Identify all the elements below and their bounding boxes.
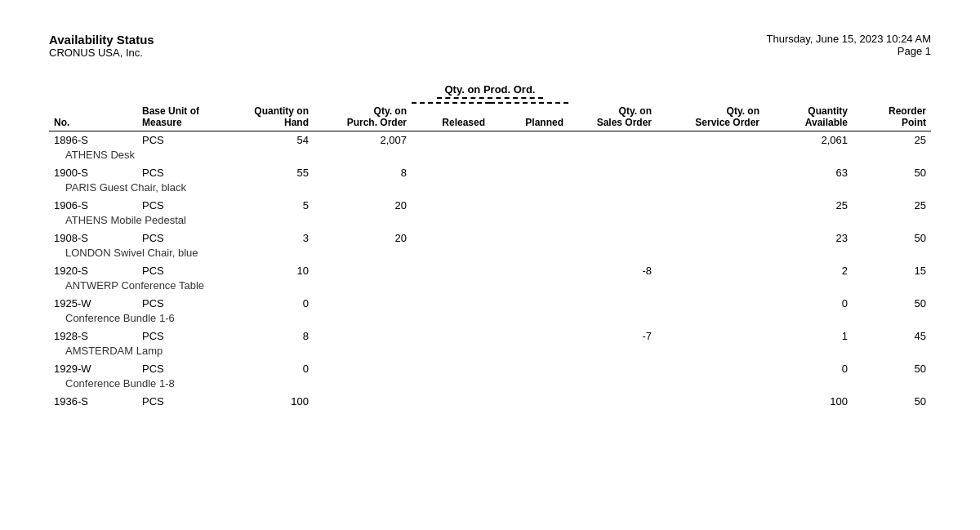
table-cell: PCS xyxy=(137,295,225,312)
table-cell xyxy=(412,360,490,377)
table-cell xyxy=(314,262,412,279)
table-cell: 1928-S xyxy=(49,327,137,345)
table-cell: 0 xyxy=(225,360,314,377)
table-cell: PCS xyxy=(137,197,225,214)
table-desc-cell: LONDON Swivel Chair, blue xyxy=(49,247,931,262)
col-qty-service: Qty. onService Order xyxy=(657,103,764,131)
table-cell xyxy=(412,164,490,181)
column-headers-row: No. Base Unit ofMeasure Quantity onHand … xyxy=(49,103,931,131)
col-planned: Planned xyxy=(490,103,568,131)
table-cell: 1936-S xyxy=(49,393,137,410)
table-cell xyxy=(657,229,764,247)
table-cell: 1929-W xyxy=(49,360,137,377)
table-cell xyxy=(568,164,657,181)
report-table-wrapper: Qty. on Prod. Ord. No. Base Unit ofMeasu… xyxy=(49,83,931,413)
table-cell: 54 xyxy=(225,131,314,149)
table-cell: 45 xyxy=(853,327,931,345)
table-cell xyxy=(568,197,657,214)
table-cell xyxy=(490,360,568,377)
table-cell xyxy=(657,360,764,377)
table-cell: 1896-S xyxy=(49,131,137,149)
table-cell: 2 xyxy=(764,262,853,279)
table-cell: 2,007 xyxy=(314,131,412,149)
table-cell: 8 xyxy=(314,164,412,181)
table-desc-cell: Conference Bundle 1-6 xyxy=(49,312,931,327)
table-cell xyxy=(490,164,568,181)
table-cell xyxy=(314,360,412,377)
header-right: Thursday, June 15, 2023 10:24 AM Page 1 xyxy=(767,33,931,59)
table-row: 1896-SPCS542,0072,06125 xyxy=(49,131,931,149)
table-cell: PCS xyxy=(137,131,225,149)
page-label: Page xyxy=(898,45,922,57)
table-cell xyxy=(490,295,568,312)
table-cell: 0 xyxy=(225,295,314,312)
table-cell: 25 xyxy=(764,197,853,214)
table-row: 1936-SPCS10010050 xyxy=(49,393,931,410)
table-row: 1929-WPCS0050 xyxy=(49,360,931,377)
col-qty-purch: Qty. onPurch. Order xyxy=(314,103,412,131)
table-cell: 20 xyxy=(314,197,412,214)
table-cell: 50 xyxy=(853,393,931,410)
table-cell: 0 xyxy=(764,360,853,377)
table-cell xyxy=(412,327,490,345)
table-cell xyxy=(568,393,657,410)
table-cell xyxy=(314,327,412,345)
table-cell xyxy=(657,262,764,279)
table-desc-cell: ANTWERP Conference Table xyxy=(49,279,931,295)
table-cell xyxy=(568,131,657,149)
table-cell: 1900-S xyxy=(49,164,137,181)
table-cell xyxy=(657,197,764,214)
table-row: 1908-SPCS3202350 xyxy=(49,229,931,247)
table-desc-row: ATHENS Desk xyxy=(49,149,931,164)
table-cell: 25 xyxy=(853,131,931,149)
col-qty-hand: Quantity onHand xyxy=(225,103,314,131)
table-cell: PCS xyxy=(137,360,225,377)
table-cell: 63 xyxy=(764,164,853,181)
table-cell: 1906-S xyxy=(49,197,137,214)
table-cell: 50 xyxy=(853,164,931,181)
table-cell xyxy=(490,197,568,214)
table-cell xyxy=(412,229,490,247)
table-cell xyxy=(568,229,657,247)
table-desc-cell: ATHENS Desk xyxy=(49,149,931,164)
table-cell xyxy=(412,197,490,214)
table-cell: 55 xyxy=(225,164,314,181)
col-no: No. xyxy=(49,103,137,131)
table-cell xyxy=(314,393,412,410)
report-header: Availability Status CRONUS USA, Inc. Thu… xyxy=(49,33,931,59)
table-cell xyxy=(657,131,764,149)
table-cell xyxy=(490,131,568,149)
table-desc-row: Conference Bundle 1-6 xyxy=(49,312,931,327)
table-desc-row: Conference Bundle 1-8 xyxy=(49,377,931,393)
table-cell: 2,061 xyxy=(764,131,853,149)
table-cell xyxy=(490,393,568,410)
table-cell: 3 xyxy=(225,229,314,247)
table-body: 1896-SPCS542,0072,06125ATHENS Desk1900-S… xyxy=(49,131,931,414)
col-qty-avail: QuantityAvailable xyxy=(764,103,853,131)
table-cell xyxy=(657,393,764,410)
table-desc-cell xyxy=(49,410,931,413)
table-cell: PCS xyxy=(137,393,225,410)
table-cell xyxy=(314,295,412,312)
table-cell xyxy=(412,295,490,312)
table-desc-cell: Conference Bundle 1-8 xyxy=(49,377,931,393)
table-desc-row: ANTWERP Conference Table xyxy=(49,279,931,295)
header-left: Availability Status CRONUS USA, Inc. xyxy=(49,33,154,59)
table-cell xyxy=(657,164,764,181)
table-cell: 50 xyxy=(853,360,931,377)
table-desc-cell: ATHENS Mobile Pedestal xyxy=(49,214,931,229)
table-cell: 10 xyxy=(225,262,314,279)
table-desc-cell: AMSTERDAM Lamp xyxy=(49,345,931,360)
table-cell xyxy=(412,131,490,149)
company-name: CRONUS USA, Inc. xyxy=(49,47,154,59)
table-cell xyxy=(490,262,568,279)
table-cell xyxy=(412,262,490,279)
availability-table: Qty. on Prod. Ord. No. Base Unit ofMeasu… xyxy=(49,83,931,413)
table-cell: 15 xyxy=(853,262,931,279)
table-cell: 20 xyxy=(314,229,412,247)
table-cell xyxy=(657,327,764,345)
table-desc-row: ATHENS Mobile Pedestal xyxy=(49,214,931,229)
table-cell: PCS xyxy=(137,229,225,247)
table-cell: 100 xyxy=(764,393,853,410)
prod-ord-header-row: Qty. on Prod. Ord. xyxy=(49,83,931,103)
